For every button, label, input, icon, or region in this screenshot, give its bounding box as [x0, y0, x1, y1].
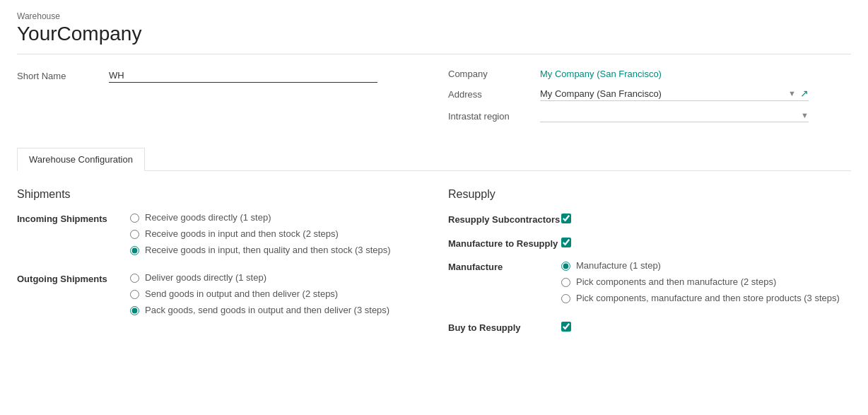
- incoming-shipments-label: Incoming Shipments: [17, 212, 130, 224]
- manufacture-label: Manufacture: [448, 260, 561, 272]
- short-name-value: [109, 69, 420, 83]
- buy-to-resupply-row: Buy to Resupply: [448, 320, 851, 334]
- form-left: Short Name: [17, 69, 420, 131]
- resupply-subcontractors-row: Resupply Subcontractors: [448, 212, 851, 226]
- outgoing-option-1: Deliver goods directly (1 step): [130, 272, 420, 283]
- outgoing-option-3: Pack goods, send goods in output and the…: [130, 305, 420, 315]
- company-label: Company: [448, 69, 540, 79]
- shipments-title: Shipments: [17, 188, 420, 201]
- resupply-section: Resupply Resupply Subcontractors Manufac…: [448, 188, 851, 345]
- incoming-option-2: Receive goods in input and then stock (2…: [130, 228, 420, 239]
- company-value: My Company (San Francisco): [540, 69, 851, 79]
- intrastat-select-arrow-icon: ▼: [801, 111, 809, 119]
- manufacture-option-1-label: Manufacture (1 step): [576, 260, 661, 271]
- incoming-option-1: Receive goods directly (1 step): [130, 212, 420, 223]
- incoming-option-3: Receive goods in input, then quality and…: [130, 245, 420, 255]
- address-select-arrow-icon: ▼: [788, 89, 796, 98]
- outgoing-shipments-label: Outgoing Shipments: [17, 272, 130, 284]
- buy-to-resupply-label: Buy to Resupply: [448, 320, 561, 334]
- manufacture-options: Manufacture (1 step) Pick components and…: [561, 260, 851, 309]
- address-select[interactable]: My Company (San Francisco): [540, 88, 784, 99]
- address-value: My Company (San Francisco) ▼ ↗: [540, 88, 851, 101]
- page-subtitle: Warehouse: [17, 11, 851, 21]
- address-row: Address My Company (San Francisco) ▼ ↗: [448, 88, 851, 101]
- manufacture-option-3-label: Pick components, manufacture and then st…: [576, 293, 840, 303]
- resupply-subcontractors-label: Resupply Subcontractors: [448, 212, 561, 226]
- manufacture-option-2: Pick components and then manufacture (2 …: [561, 276, 851, 287]
- incoming-shipments-options: Receive goods directly (1 step) Receive …: [130, 212, 420, 261]
- manufacture-to-resupply-value: [561, 236, 571, 247]
- config-grid: Shipments Incoming Shipments Receive goo…: [17, 188, 851, 345]
- outgoing-option-2-label: Send goods in output and then deliver (2…: [145, 288, 338, 299]
- incoming-option-3-label: Receive goods in input, then quality and…: [145, 245, 391, 255]
- intrastat-label: Intrastat region: [448, 111, 540, 122]
- incoming-option-1-label: Receive goods directly (1 step): [145, 212, 271, 223]
- outgoing-radio-2[interactable]: [130, 290, 139, 299]
- manufacture-radio-3[interactable]: [561, 294, 570, 303]
- manufacture-option-2-label: Pick components and then manufacture (2 …: [576, 276, 776, 287]
- outgoing-option-1-label: Deliver goods directly (1 step): [145, 272, 266, 283]
- form-section: Short Name Company My Company (San Franc…: [17, 69, 851, 131]
- short-name-row: Short Name: [17, 69, 420, 83]
- manufacture-option-1: Manufacture (1 step): [561, 260, 851, 271]
- resupply-subcontractors-checkbox[interactable]: [561, 214, 571, 223]
- tab-warehouse-configuration[interactable]: Warehouse Configuration: [17, 148, 145, 171]
- buy-to-resupply-value: [561, 320, 571, 332]
- short-name-input[interactable]: [109, 69, 377, 83]
- company-link[interactable]: My Company (San Francisco): [540, 69, 662, 79]
- intrastat-select-wrapper: ▼: [540, 110, 809, 122]
- manufacture-radio-1[interactable]: [561, 262, 570, 271]
- page-header: Warehouse YourCompany: [17, 11, 851, 54]
- manufacture-to-resupply-row: Manufacture to Resupply: [448, 236, 851, 250]
- outgoing-shipments-options: Deliver goods directly (1 step) Send goo…: [130, 272, 420, 321]
- address-external-link-icon[interactable]: ↗: [800, 88, 809, 99]
- outgoing-radio-3[interactable]: [130, 306, 139, 315]
- form-right: Company My Company (San Francisco) Addre…: [448, 69, 851, 131]
- buy-to-resupply-checkbox[interactable]: [561, 322, 571, 332]
- short-name-label: Short Name: [17, 71, 109, 81]
- shipments-section: Shipments Incoming Shipments Receive goo…: [17, 188, 420, 345]
- incoming-radio-2[interactable]: [130, 230, 139, 239]
- outgoing-radio-1[interactable]: [130, 274, 139, 283]
- address-label: Address: [448, 89, 540, 100]
- intrastat-row: Intrastat region ▼: [448, 110, 851, 122]
- page-title: YourCompany: [17, 23, 851, 45]
- manufacture-radio-2[interactable]: [561, 278, 570, 287]
- incoming-radio-1[interactable]: [130, 214, 139, 223]
- manufacture-to-resupply-checkbox[interactable]: [561, 238, 571, 247]
- resupply-title: Resupply: [448, 188, 851, 201]
- incoming-radio-3[interactable]: [130, 246, 139, 255]
- outgoing-option-2: Send goods in output and then deliver (2…: [130, 288, 420, 299]
- manufacture-option-3: Pick components, manufacture and then st…: [561, 293, 851, 303]
- manufacture-row: Manufacture Manufacture (1 step) Pick co…: [448, 260, 851, 309]
- outgoing-option-3-label: Pack goods, send goods in output and the…: [145, 305, 389, 315]
- manufacture-to-resupply-label: Manufacture to Resupply: [448, 236, 561, 250]
- intrastat-value: ▼: [540, 110, 851, 122]
- incoming-option-2-label: Receive goods in input and then stock (2…: [145, 228, 339, 239]
- outgoing-shipments-row: Outgoing Shipments Deliver goods directl…: [17, 272, 420, 321]
- company-row: Company My Company (San Francisco): [448, 69, 851, 79]
- page: Warehouse YourCompany Short Name Company…: [0, 0, 868, 415]
- tabs-bar: Warehouse Configuration: [17, 148, 851, 171]
- intrastat-select[interactable]: [540, 110, 797, 120]
- resupply-subcontractors-value: [561, 212, 571, 223]
- address-select-wrapper: My Company (San Francisco) ▼ ↗: [540, 88, 809, 101]
- incoming-shipments-row: Incoming Shipments Receive goods directl…: [17, 212, 420, 261]
